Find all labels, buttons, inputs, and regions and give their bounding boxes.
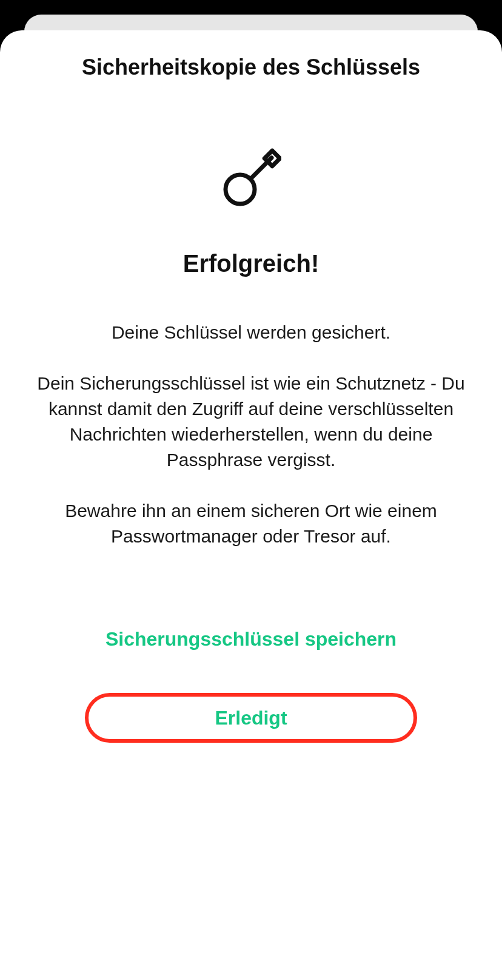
key-icon — [221, 147, 281, 208]
save-recovery-key-button[interactable]: Sicherungsschlüssel speichern — [105, 628, 397, 651]
modal-sheet: Sicherheitskopie des Schlüssels Erfolgre… — [0, 30, 502, 980]
key-icon-container — [221, 147, 281, 208]
success-heading: Erfolgreich! — [183, 250, 319, 277]
done-button[interactable]: Erledigt — [85, 693, 417, 743]
description-text: Deine Schlüssel werden gesichert. Dein S… — [22, 320, 480, 549]
page-title: Sicherheitskopie des Schlüssels — [82, 55, 420, 80]
